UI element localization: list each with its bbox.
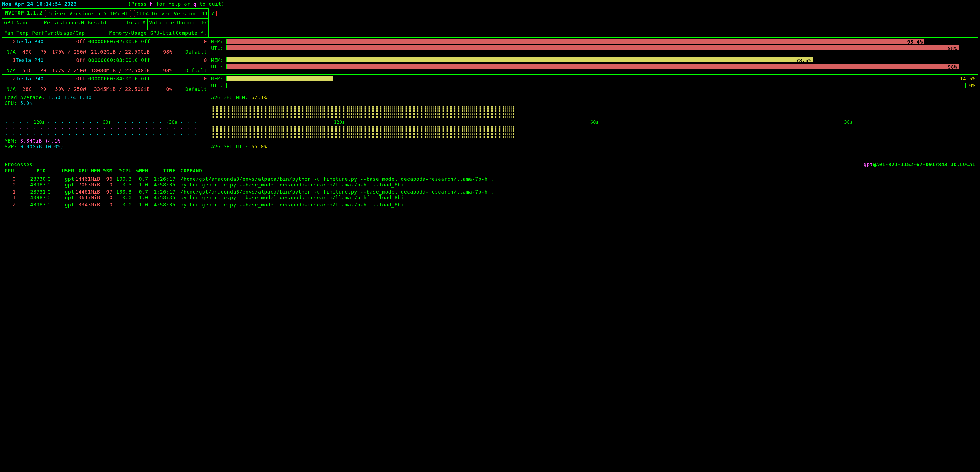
process-row[interactable]: 0 28730 C gpt 14461MiB 96 100.3 0.7 1:26… bbox=[5, 176, 975, 182]
process-row[interactable]: 2 43987 C gpt 3343MiB 0 0.0 1.0 4:58:35 … bbox=[5, 202, 975, 208]
process-row[interactable]: 1 28731 C gpt 14461MiB 97 100.3 0.7 1:26… bbox=[5, 189, 975, 195]
gpu-busid: 00000000:84:00.0 Off bbox=[88, 76, 150, 86]
proc-sm: 0 bbox=[100, 182, 113, 188]
cpu-chart: Load Average: 1.50 1.74 1.80 CPU: 5.9% ·… bbox=[2, 93, 209, 151]
proc-gpu: 1 bbox=[5, 189, 16, 195]
gpu-index: 2 bbox=[4, 76, 16, 86]
gpu-row: 2 Tesla P40 Off 00000000:84:00.0 Off 0 N… bbox=[2, 75, 978, 93]
col-compute: Compute M. bbox=[176, 30, 207, 36]
gpu-compute-mode: Default bbox=[172, 86, 207, 92]
proc-time: 4:58:35 bbox=[148, 202, 175, 208]
proc-cpu: 0.0 bbox=[113, 202, 132, 208]
proc-gpu: 0 bbox=[5, 182, 16, 188]
swp-label: SWP: bbox=[5, 144, 17, 149]
quit-key[interactable]: q bbox=[193, 1, 196, 7]
proc-gpumem: 14461MiB bbox=[74, 189, 100, 195]
proc-time: 1:26:17 bbox=[148, 176, 175, 182]
proc-time: 4:58:35 bbox=[148, 195, 175, 200]
col-persistence: Persistence-M bbox=[44, 20, 84, 30]
device-header-box: NVITOP 1.1.2 Driver Version: 515.105.01 … bbox=[2, 8, 208, 37]
proc-gpumem: 3617MiB bbox=[74, 195, 100, 200]
cpu-value: 5.9% bbox=[17, 100, 33, 106]
col-fan-temp-perf: Fan Temp Perf bbox=[4, 30, 45, 36]
mem-bar: MEM: 14.5% bbox=[211, 76, 975, 81]
proc-cpu: 100.3 bbox=[113, 176, 132, 182]
gpu-mem-usage: 3345MiB / 22.50GiB bbox=[89, 86, 150, 92]
status-line: Mon Apr 24 16:14:54 2023 (Press h for he… bbox=[2, 1, 978, 7]
gpu-persistence: Off bbox=[46, 57, 86, 68]
proc-mem: 1.0 bbox=[132, 182, 148, 188]
driver-version: Driver Version: 515.105.01 bbox=[45, 10, 131, 17]
process-row[interactable]: 0 43987 C gpt 7063MiB 0 0.5 1.0 4:58:35 … bbox=[5, 182, 975, 188]
proc-gpu: 1 bbox=[5, 195, 16, 200]
proc-mem: 1.0 bbox=[132, 195, 148, 200]
hostmem-value: 8.84GiB (4.1%) bbox=[17, 138, 64, 144]
load-label: Load Average: bbox=[5, 94, 45, 100]
mem-bar: MEM: 78.5% bbox=[211, 57, 975, 63]
col-dispa: Disp.A bbox=[127, 20, 146, 30]
gpu-index: 0 bbox=[4, 38, 16, 49]
proc-time: 4:58:35 bbox=[148, 182, 175, 188]
gpu-persistence: Off bbox=[46, 38, 86, 49]
time-axis: 120s 60s 30s bbox=[5, 122, 207, 125]
proc-time: 1:26:17 bbox=[148, 189, 175, 195]
proc-pid: 43987 bbox=[16, 182, 46, 188]
process-row[interactable]: 1 43987 C gpt 3617MiB 0 0.0 1.0 4:58:35 … bbox=[5, 195, 975, 200]
proc-gpu: 2 bbox=[5, 202, 16, 208]
gpu-name: Tesla P40 bbox=[16, 57, 46, 68]
proc-user: gpt bbox=[52, 176, 74, 182]
help-hint: (Press h for help or q to quit) bbox=[128, 1, 224, 7]
cuda-version: CUDA Driver Version: 11.7 bbox=[134, 10, 216, 17]
avg-gpu-utl-label: AVG GPU UTL: bbox=[211, 144, 248, 149]
proc-user: gpt bbox=[52, 182, 74, 188]
proc-cmd: /home/gpt/anaconda3/envs/alpaca/bin/pyth… bbox=[175, 189, 975, 195]
proc-gpumem: 7063MiB bbox=[74, 182, 100, 188]
gpu-mem-usage: 18080MiB / 22.50GiB bbox=[89, 68, 150, 73]
gpu-temp: 51C bbox=[16, 68, 32, 73]
gpu-persistence: Off bbox=[46, 76, 86, 86]
proc-type: C bbox=[46, 182, 52, 188]
proc-cmd: python generate.py --base_model decapoda… bbox=[175, 182, 975, 188]
gpu-power: 177W / 250W bbox=[46, 68, 86, 73]
help-key[interactable]: h bbox=[150, 1, 153, 7]
col-gpuutil: GPU-Util bbox=[150, 30, 175, 36]
gpu-fan: N/A bbox=[4, 86, 16, 92]
hostname: gpt@A01-R21-I152-67-0917843.JD.LOCAL bbox=[864, 162, 975, 167]
mem-bar: MEM: 93.4% bbox=[211, 38, 975, 44]
col-gpu-name: GPU Name bbox=[4, 20, 29, 30]
gpu-perf: P0 bbox=[32, 49, 46, 55]
gpu-power: 50W / 250W bbox=[46, 86, 86, 92]
process-columns: GPU PID USER GPU-MEM %SM %CPU %MEM TIME … bbox=[2, 167, 978, 175]
gpu-chart: AVG GPU MEM: 62.1% ⣿⣿⣿⣿⣿⣿⣿⣿⣿⣿⣿⣿⣿⣿⣿⣿⣿⣿⣿⣿⣿… bbox=[209, 93, 978, 151]
hostmem-label: MEM: bbox=[5, 138, 17, 144]
gpu-mem-usage: 21.02GiB / 22.50GiB bbox=[89, 49, 150, 55]
gpu-fan: N/A bbox=[4, 68, 16, 73]
proc-sm: 97 bbox=[100, 189, 113, 195]
proc-cpu: 0.5 bbox=[113, 182, 132, 188]
processes-title: Processes: bbox=[5, 162, 36, 167]
proc-mem: 1.0 bbox=[132, 202, 148, 208]
proc-cmd: python generate.py --base_model decapoda… bbox=[175, 195, 975, 200]
proc-gpumem: 3343MiB bbox=[74, 202, 100, 208]
charts-panel: Load Average: 1.50 1.74 1.80 CPU: 5.9% ·… bbox=[2, 93, 978, 151]
proc-mem: 0.7 bbox=[132, 189, 148, 195]
gpu-row: 1 Tesla P40 Off 00000000:03:00.0 Off 0 N… bbox=[2, 56, 978, 75]
proc-cmd: /home/gpt/anaconda3/envs/alpaca/bin/pyth… bbox=[175, 176, 975, 182]
avg-gpu-utl-value: 65.0% bbox=[248, 144, 267, 149]
gpu-perf: P0 bbox=[32, 86, 46, 92]
proc-mem: 0.7 bbox=[132, 176, 148, 182]
proc-type: C bbox=[46, 202, 52, 208]
gpu-row: 0 Tesla P40 Off 00000000:02:00.0 Off 0 N… bbox=[2, 38, 978, 56]
avg-gpu-mem-value: 62.1% bbox=[248, 94, 267, 100]
utl-bar: UTL: 98% bbox=[211, 64, 975, 69]
gpu-util: 98% bbox=[153, 68, 172, 73]
gpu-power: 170W / 250W bbox=[46, 49, 86, 55]
proc-type: C bbox=[46, 189, 52, 195]
proc-sm: 0 bbox=[100, 195, 113, 200]
utl-bar: UTL: 0% bbox=[211, 83, 975, 88]
cpu-label: CPU: bbox=[5, 100, 17, 106]
proc-gpu: 0 bbox=[5, 176, 16, 182]
gpu-busid: 00000000:02:00.0 Off bbox=[88, 38, 150, 49]
process-group: 2 43987 C gpt 3343MiB 0 0.0 1.0 4:58:35 … bbox=[2, 201, 978, 208]
proc-type: C bbox=[46, 176, 52, 182]
